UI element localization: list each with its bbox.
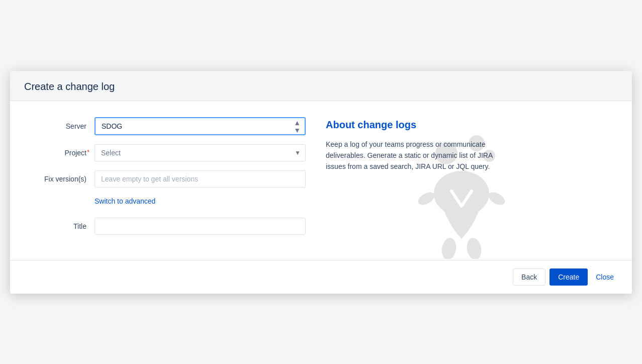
fix-version-input[interactable]: [95, 170, 306, 188]
create-change-log-dialog: Create a change log Server SDOG ▲ ▼: [10, 71, 632, 294]
project-row: Project* Select ▼: [24, 144, 306, 161]
jira-mascot-icon: [411, 128, 512, 259]
switch-to-advanced-link[interactable]: Switch to advanced: [95, 197, 155, 205]
info-section: About change logs Keep a log of your tea…: [326, 117, 507, 244]
svg-point-1: [469, 135, 485, 151]
switch-advanced-row: Switch to advanced: [24, 197, 306, 206]
svg-point-6: [440, 236, 457, 258]
create-button[interactable]: Create: [549, 268, 588, 286]
project-select[interactable]: Select: [95, 144, 306, 161]
title-row: Title: [24, 218, 306, 235]
back-button[interactable]: Back: [513, 268, 545, 286]
svg-point-5: [486, 190, 507, 207]
title-control-wrapper: [95, 218, 306, 235]
dialog-header: Create a change log: [10, 71, 632, 101]
close-button[interactable]: Close: [592, 269, 618, 285]
svg-point-0: [435, 142, 457, 164]
fix-version-label: Fix version(s): [24, 175, 95, 183]
dialog-body: Server SDOG ▲ ▼ Project*: [10, 101, 632, 260]
server-control-wrapper: SDOG ▲ ▼: [95, 117, 306, 135]
fix-version-row: Fix version(s): [24, 170, 306, 188]
svg-point-4: [416, 190, 436, 207]
title-input[interactable]: [95, 218, 306, 235]
server-label: Server: [24, 122, 95, 130]
project-label: Project*: [24, 149, 95, 157]
dialog-title: Create a change log: [24, 81, 618, 93]
project-select-wrapper: Select ▼: [95, 144, 306, 161]
svg-point-2: [483, 150, 495, 162]
server-select-wrapper: SDOG ▲ ▼: [95, 117, 306, 135]
dialog-footer: Back Create Close: [10, 260, 632, 294]
form-section: Server SDOG ▲ ▼ Project*: [24, 117, 306, 244]
server-row: Server SDOG ▲ ▼: [24, 117, 306, 135]
title-label: Title: [24, 222, 95, 230]
required-indicator: *: [87, 149, 89, 156]
server-select[interactable]: SDOG: [95, 117, 306, 135]
project-control-wrapper: Select ▼: [95, 144, 306, 161]
svg-point-7: [465, 236, 483, 258]
fix-version-control-wrapper: [95, 170, 306, 188]
